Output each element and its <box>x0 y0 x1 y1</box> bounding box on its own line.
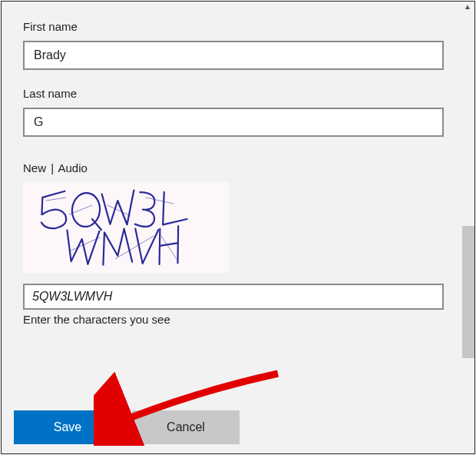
captcha-separator: | <box>51 161 54 174</box>
captcha-input[interactable] <box>23 284 444 310</box>
last-name-label: Last name <box>23 87 453 100</box>
first-name-input[interactable] <box>23 41 444 70</box>
captcha-image <box>23 182 229 273</box>
captcha-new-link[interactable]: New <box>23 161 46 174</box>
first-name-label: First name <box>23 20 453 33</box>
button-row: Save Cancel <box>14 410 240 444</box>
form-window: ▲ First name Last name New | Audio <box>1 1 475 454</box>
last-name-group: Last name <box>23 87 453 137</box>
svg-point-0 <box>71 191 101 228</box>
form-content: First name Last name New | Audio <box>2 2 474 326</box>
cancel-button[interactable]: Cancel <box>132 410 240 444</box>
captcha-audio-link[interactable]: Audio <box>58 161 87 174</box>
save-button[interactable]: Save <box>14 410 121 444</box>
captcha-section: New | Audio <box>23 161 453 326</box>
captcha-links: New | Audio <box>23 161 453 174</box>
scroll-up-arrow[interactable]: ▲ <box>464 3 471 11</box>
captcha-help-text: Enter the characters you see <box>23 313 453 326</box>
first-name-group: First name <box>23 20 453 70</box>
last-name-input[interactable] <box>23 108 444 137</box>
scrollbar-thumb[interactable] <box>462 226 474 358</box>
